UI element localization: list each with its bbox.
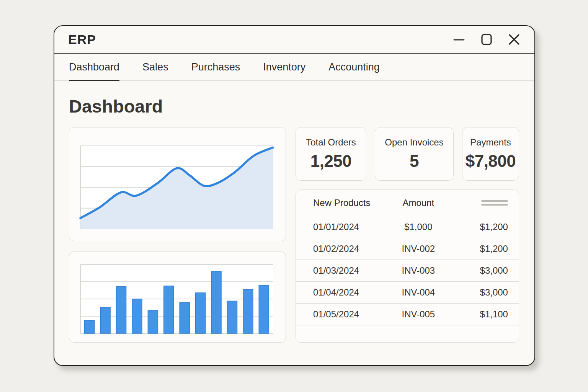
column-header-amount: Amount [387,198,449,208]
cell-date: 01/02/2024 [313,243,387,254]
table-row[interactable]: 01/03/2024 INV-003 $3,000 [296,260,519,281]
bar [227,301,237,333]
column-header-new-products: New Products [313,198,387,208]
cell-ref: INV-005 [387,309,449,320]
cell-amount: $3,000 [449,265,508,276]
bar [100,307,110,333]
summary-column: Total Orders 1,250 Open Invoices 5 Payme… [296,127,519,343]
table-row[interactable]: 01/01/2024 $1,000 $1,200 [296,216,519,238]
erp-window: ERP Dashboard Sales Purchases Inventory … [54,25,535,366]
bar [116,287,126,333]
tab-purchases[interactable]: Purchases [191,54,240,80]
cell-amount: $1,100 [449,309,508,320]
kpi-open-invoices: Open Invoices 5 [375,127,454,181]
page-title: Dashboard [69,96,519,117]
bar [180,302,189,333]
bar-chart-card [69,252,286,343]
cell-date: 01/04/2024 [313,287,387,298]
kpi-value: $7,800 [466,152,516,171]
cell-date: 01/01/2024 [313,222,387,232]
nav-bar: Dashboard Sales Purchases Inventory Acco… [54,54,534,81]
bar [259,285,269,333]
kpi-total-orders: Total Orders 1,250 [296,127,366,181]
kpi-label: Total Orders [306,137,356,148]
menu-lines-icon[interactable] [481,200,508,206]
cell-ref: INV-002 [387,243,449,254]
cell-amount: $1,200 [449,243,508,254]
cell-ref: $1,000 [387,222,449,232]
title-bar: ERP [54,26,534,54]
kpi-payments: Payments $7,800 [462,127,519,181]
tab-inventory[interactable]: Inventory [263,54,305,80]
cell-amount: $3,000 [449,287,508,298]
tab-sales[interactable]: Sales [142,54,168,80]
kpi-label: Open Invoices [385,137,443,148]
cell-date: 01/05/2024 [313,309,387,320]
kpi-label: Payments [470,137,511,148]
cell-amount: $1,200 [449,222,508,232]
table-row[interactable]: 01/04/2024 INV-004 $3,000 [296,281,519,303]
area-chart [69,127,286,241]
bar [164,286,174,333]
kpi-value: 1,250 [310,152,352,171]
table-row[interactable]: 01/05/2024 INV-005 $1,100 [296,303,519,325]
bar-chart [69,252,286,343]
bar [148,310,158,333]
bar [196,293,206,333]
line-chart-card [69,127,286,241]
charts-column [69,127,286,343]
cell-ref: INV-003 [387,265,449,276]
app-title: ERP [68,32,96,47]
tab-accounting[interactable]: Accounting [328,54,380,80]
close-icon[interactable] [508,33,521,46]
kpi-row: Total Orders 1,250 Open Invoices 5 Payme… [296,127,519,181]
minimize-icon[interactable] [452,33,466,46]
cell-date: 01/03/2024 [313,265,387,276]
kpi-value: 5 [410,152,419,171]
cell-ref: INV-004 [387,287,449,298]
maximize-icon[interactable] [480,33,493,46]
table-row[interactable]: 01/02/2024 INV-002 $1,200 [296,238,519,260]
window-controls [452,33,521,46]
table-empty-row [296,325,519,342]
bar [85,320,95,333]
bar [243,289,253,333]
bar [211,271,221,333]
table-header-row: New Products Amount [296,190,519,216]
main-content: Dashboard Total Orders 1,250 [54,81,534,365]
bar [132,299,142,333]
tab-dashboard[interactable]: Dashboard [69,54,119,80]
new-products-table: New Products Amount 01/01/2024 $1,000 $1… [296,189,519,343]
